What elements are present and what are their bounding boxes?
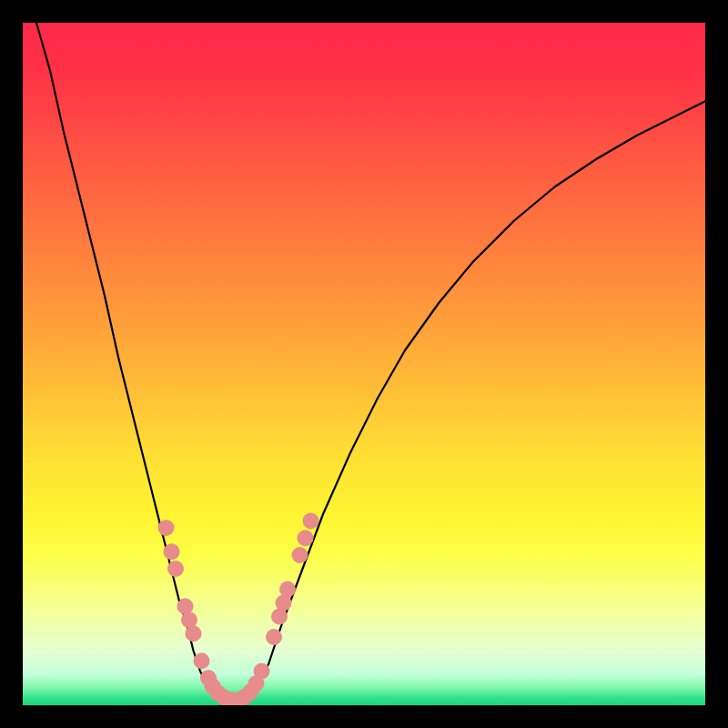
gradient-background [23, 23, 705, 705]
marker-point [254, 663, 270, 680]
marker-point [303, 513, 319, 530]
chart-frame [23, 0, 705, 705]
bottleneck-chart [23, 0, 705, 705]
marker-point [186, 625, 202, 642]
marker-point [279, 581, 296, 598]
marker-point [164, 543, 180, 560]
marker-point [194, 652, 210, 669]
marker-point [167, 561, 184, 577]
marker-point [298, 530, 314, 546]
marker-point [158, 520, 175, 536]
marker-point [292, 547, 308, 563]
marker-point [266, 629, 282, 645]
